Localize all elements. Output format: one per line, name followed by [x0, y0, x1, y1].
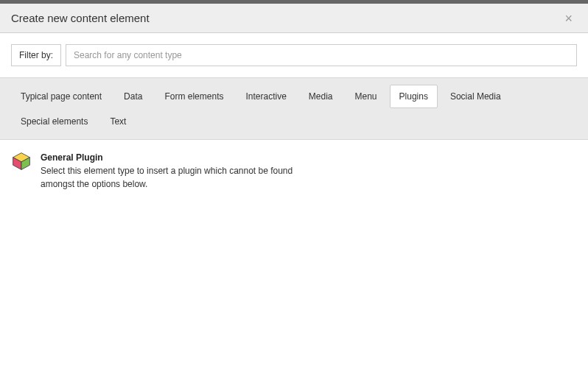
- tab-data[interactable]: Data: [114, 85, 152, 108]
- tab-interactive[interactable]: Interactive: [236, 85, 295, 108]
- plugin-cube-icon: [11, 151, 32, 172]
- tab-social-media[interactable]: Social Media: [441, 85, 511, 108]
- search-input[interactable]: [66, 44, 577, 66]
- tab-media[interactable]: Media: [299, 85, 343, 108]
- content-element-text: General Plugin Select this element type …: [41, 151, 321, 191]
- tab-bar: Typical page contentDataForm elementsInt…: [0, 77, 588, 140]
- tab-plugins[interactable]: Plugins: [390, 85, 438, 108]
- content-element-description: Select this element type to insert a plu…: [41, 164, 321, 191]
- tab-form-elements[interactable]: Form elements: [155, 85, 233, 108]
- tab-typical-page-content[interactable]: Typical page content: [11, 85, 111, 108]
- content-area: General Plugin Select this element type …: [0, 140, 588, 202]
- modal-title: Create new content element: [11, 12, 150, 24]
- filter-label: Filter by:: [11, 44, 61, 66]
- content-element-option[interactable]: General Plugin Select this element type …: [11, 151, 321, 191]
- close-icon: ×: [564, 11, 573, 26]
- tab-special-elements[interactable]: Special elements: [11, 110, 97, 133]
- tab-menu[interactable]: Menu: [346, 85, 387, 108]
- content-element-title: General Plugin: [41, 151, 321, 164]
- close-button[interactable]: ×: [560, 9, 577, 28]
- tab-text[interactable]: Text: [100, 110, 136, 133]
- filter-bar: Filter by:: [0, 33, 588, 77]
- modal-header: Create new content element ×: [0, 4, 588, 33]
